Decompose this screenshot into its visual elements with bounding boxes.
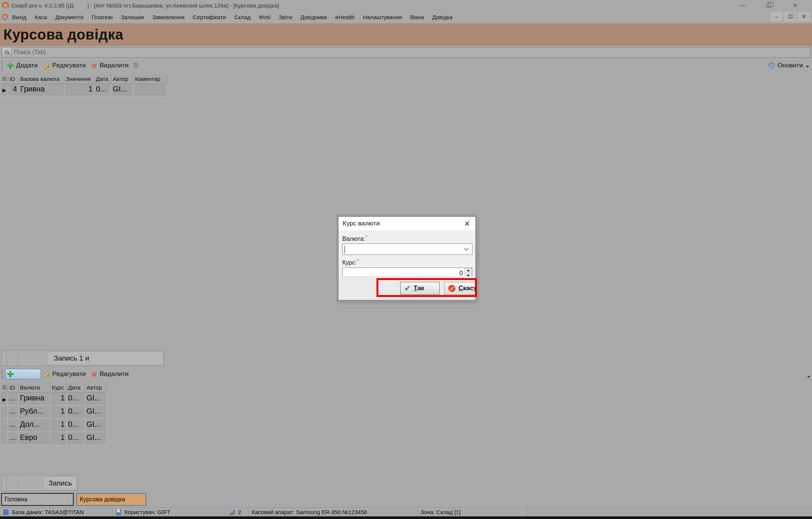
menu-item-Довідка[interactable]: Довідка (428, 12, 457, 22)
spin-up-button[interactable] (464, 268, 472, 273)
mdi-close-button[interactable]: ✕ (798, 12, 810, 21)
mdi-window-controls: – ✕ (771, 12, 810, 21)
toolbar-overflow-arrow[interactable] (807, 376, 810, 378)
cell: 0... (94, 84, 111, 96)
column-header-Автор[interactable]: Автор (111, 74, 134, 84)
menu-item-Каса[interactable]: Каса (30, 12, 51, 22)
bottom-toolbar: Додати Редагувати Видалити (0, 367, 812, 381)
add-button[interactable]: Додати (5, 369, 41, 379)
menu-item-Філії[interactable]: Філії (255, 12, 275, 22)
record-navigator-top: Запись 1 и (1, 350, 164, 366)
application-window: Скарб pro v. 4.0.2.85 [ІД: ] - [Апт №003… (0, 0, 812, 519)
status-bar: База даних: TASA3@TITANКористувач: GIFT2… (0, 507, 812, 516)
column-header-Дата[interactable]: Дата (94, 74, 111, 84)
mdi-restore-button[interactable] (784, 12, 796, 21)
cell: Гривна (19, 84, 64, 96)
tab-Головна[interactable]: Головна (1, 493, 74, 506)
row-selector (1, 406, 8, 419)
cancel-deny-icon (448, 285, 455, 292)
chevron-down-icon[interactable] (464, 246, 469, 251)
menu-item-Вихід[interactable]: Вихід (8, 12, 30, 22)
currency-combobox[interactable] (342, 244, 472, 255)
delete-x-icon (91, 371, 97, 377)
status-text: Зона: Склад [1] (420, 509, 461, 515)
menu-item-Платежі[interactable]: Платежі (88, 12, 117, 22)
refresh-button[interactable]: Оновити (768, 58, 809, 72)
top-toolbar: Додати Редагувати Видалити Оновити (0, 58, 812, 72)
delete-button-label: Видалити (100, 62, 129, 69)
menu-bar: ВихідКасаДокументиПлатежіЗалишкиЗамовлен… (0, 11, 812, 23)
status-text: Користувач: GIFT (124, 509, 170, 515)
menu-item-Вікна[interactable]: Вікна (406, 12, 428, 22)
tab-Курсова довідка[interactable]: Курсова довідка (76, 493, 146, 506)
status-segment: 2 (225, 508, 249, 516)
minimize-button[interactable]: — (729, 0, 756, 11)
grid-options-icon[interactable] (1, 382, 8, 393)
ok-button-label: Так (414, 285, 424, 292)
menu-item-Залишки[interactable]: Залишки (117, 12, 149, 22)
cell: Гривна (18, 393, 50, 406)
cell (134, 84, 167, 96)
column-header-Валюта[interactable]: Валюта (18, 382, 50, 393)
table-row[interactable]: ...Евро10...GI... (1, 432, 107, 445)
status-segment: Користувач: GIFT (113, 508, 225, 516)
dialog-close-button[interactable]: ✕ (463, 219, 472, 228)
table-row[interactable]: ▶...Гривна10...GI... (1, 393, 107, 406)
user-icon (116, 509, 121, 515)
column-header-Значення[interactable]: Значення (64, 74, 94, 84)
cell: 0... (67, 393, 85, 406)
column-header-Автор[interactable]: Автор (85, 382, 107, 393)
cell: 1 (50, 419, 67, 432)
grid-options-icon[interactable] (1, 74, 8, 84)
column-header-Курс[interactable]: Курс (50, 382, 67, 393)
column-header-Коментар[interactable]: Коментар (134, 74, 167, 84)
ok-button[interactable]: ✔ Так (400, 282, 440, 295)
bottom-edge (0, 516, 812, 519)
column-header-Базова валюта[interactable]: Базова валюта (19, 74, 64, 84)
menu-item-Замовлення[interactable]: Замовлення (148, 12, 188, 22)
add-button[interactable]: Додати (5, 60, 41, 71)
search-icon (5, 50, 9, 54)
edit-button-label: Редагувати (52, 370, 86, 378)
menu-item-Документи[interactable]: Документи (51, 12, 88, 22)
toolbar-grip[interactable] (2, 369, 3, 379)
menu-item-Довідники[interactable]: Довідники (296, 12, 331, 22)
mdi-minimize-button[interactable]: – (771, 12, 783, 21)
status-text: Касовий апарат: Samsung ER-350 №123456 (252, 509, 367, 515)
close-button[interactable]: ✕ (782, 0, 808, 11)
menu-item-eHealth[interactable]: eHealth (331, 12, 359, 22)
column-header-Дата[interactable]: Дата (67, 382, 85, 393)
add-button-label: Додати (16, 370, 38, 378)
base-currency-grid: IDБазова валютаЗначенняДатаАвторКоментар… (1, 74, 167, 96)
search-input[interactable]: Поиск (Tab) (2, 47, 810, 58)
divider (18, 475, 18, 491)
menu-items: ВихідКасаДокументиПлатежіЗалишкиЗамовлен… (8, 12, 457, 22)
menu-item-Звіти[interactable]: Звіти (275, 12, 296, 22)
menu-item-Склад[interactable]: Склад (230, 12, 255, 22)
dialog-title-bar[interactable]: Курс валюти (338, 217, 475, 230)
required-marker: * (366, 234, 367, 240)
cell: Рубл... (18, 406, 50, 419)
table-row[interactable]: ...Дол...10...GI... (1, 419, 107, 432)
delete-button[interactable]: Видалити (89, 60, 132, 71)
column-header-ID[interactable]: ID (8, 382, 18, 393)
toolbar-grip[interactable] (2, 61, 3, 70)
cancel-button[interactable]: Скасувати (444, 282, 475, 295)
delete-button[interactable]: Видалити (89, 369, 132, 379)
column-chooser-icon[interactable] (134, 63, 139, 68)
cell: GI... (85, 432, 107, 445)
edit-button[interactable]: Редагувати (41, 369, 89, 379)
restore-button[interactable] (756, 0, 782, 11)
menu-item-Сертифікати[interactable]: Сертифікати (189, 12, 230, 22)
table-row[interactable]: ▶4Гривна10...GI... (1, 84, 167, 96)
edit-button[interactable]: Редагувати (41, 60, 89, 71)
table-row[interactable]: ...Рубл...10...GI... (1, 406, 107, 419)
status-segment: Зона: Склад [1] (417, 508, 527, 516)
status-segment: Касовий апарат: Samsung ER-350 №123456 (249, 508, 417, 516)
cell: 4 (8, 84, 19, 96)
column-header-ID[interactable]: ID (8, 74, 19, 84)
menu-item-Налаштування[interactable]: Налаштування (359, 12, 406, 22)
cell: 1 (50, 406, 67, 419)
toolbar-overflow-arrow[interactable] (806, 66, 809, 68)
cell: 0... (67, 406, 85, 419)
